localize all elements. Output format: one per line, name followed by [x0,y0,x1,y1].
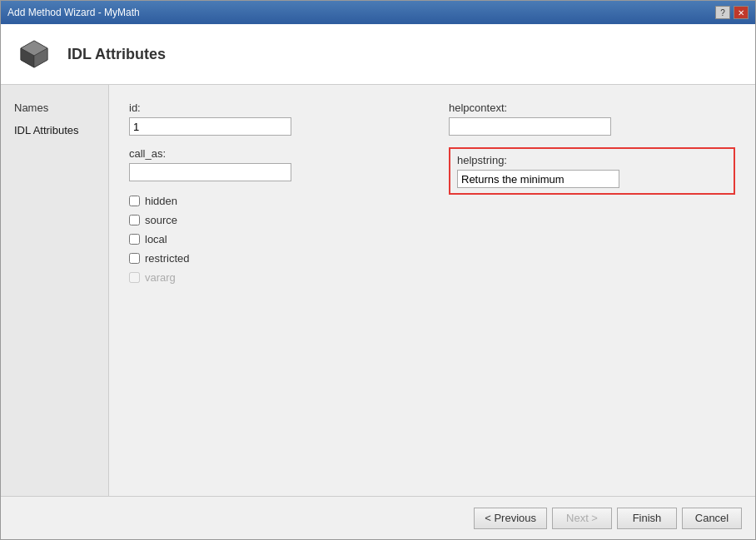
cancel-button[interactable]: Cancel [682,508,742,529]
previous-button[interactable]: < Previous [474,508,547,529]
call-as-group: call_as: [129,147,415,181]
vararg-label: vararg [145,271,176,284]
helpstring-label: helpstring: [457,154,727,166]
helpstring-group-wrapper: helpstring: [449,147,735,195]
content-area: Names IDL Attributes id: call_as: [1,85,755,496]
helpcontext-label: helpcontext: [449,102,735,114]
hidden-label: hidden [145,195,177,207]
id-label: id: [129,102,415,114]
right-column: helpcontext: helpstring: [449,102,735,284]
helpstring-input[interactable] [457,170,619,188]
vararg-checkbox-item: vararg [129,271,415,284]
local-checkbox[interactable] [129,234,140,245]
title-bar-buttons: ? ✕ [715,6,749,19]
main-window: Add Method Wizard - MyMath ? ✕ IDL Attri… [0,0,756,540]
title-bar: Add Method Wizard - MyMath ? ✕ [1,1,755,24]
source-label: source [145,214,177,226]
checkboxes-area: hidden source local restricted [129,195,415,284]
finish-button[interactable]: Finish [617,508,677,529]
main-content: id: call_as: hidden s [109,85,755,496]
restricted-checkbox-item[interactable]: restricted [129,252,415,265]
call-as-label: call_as: [129,147,415,160]
hidden-checkbox[interactable] [129,196,140,206]
sidebar: Names IDL Attributes [1,85,109,496]
call-as-input[interactable] [129,163,291,181]
close-button[interactable]: ✕ [734,6,749,19]
local-checkbox-item[interactable]: local [129,233,415,245]
wizard-icon-box [14,34,54,74]
helpstring-group: helpstring: [449,147,735,195]
id-group: id: [129,102,415,136]
page-title: IDL Attributes [67,46,166,63]
sidebar-item-idl-attributes[interactable]: IDL Attributes [7,121,102,140]
form-grid: id: call_as: hidden s [129,102,735,284]
vararg-checkbox[interactable] [129,272,140,283]
left-column: id: call_as: hidden s [129,102,415,284]
cube-icon [17,37,51,71]
helpcontext-input[interactable] [449,117,611,136]
header-area: IDL Attributes [1,24,755,85]
local-label: local [145,233,167,245]
restricted-checkbox[interactable] [129,253,140,264]
help-button[interactable]: ? [715,6,730,19]
source-checkbox[interactable] [129,215,140,225]
helpcontext-group: helpcontext: [449,102,735,136]
id-input[interactable] [129,117,291,136]
next-button[interactable]: Next > [552,508,612,529]
footer: < Previous Next > Finish Cancel [1,496,755,539]
source-checkbox-item[interactable]: source [129,214,415,226]
hidden-checkbox-item[interactable]: hidden [129,195,415,207]
sidebar-item-names[interactable]: Names [7,98,102,117]
restricted-label: restricted [145,252,189,265]
window-title: Add Method Wizard - MyMath [7,7,140,18]
